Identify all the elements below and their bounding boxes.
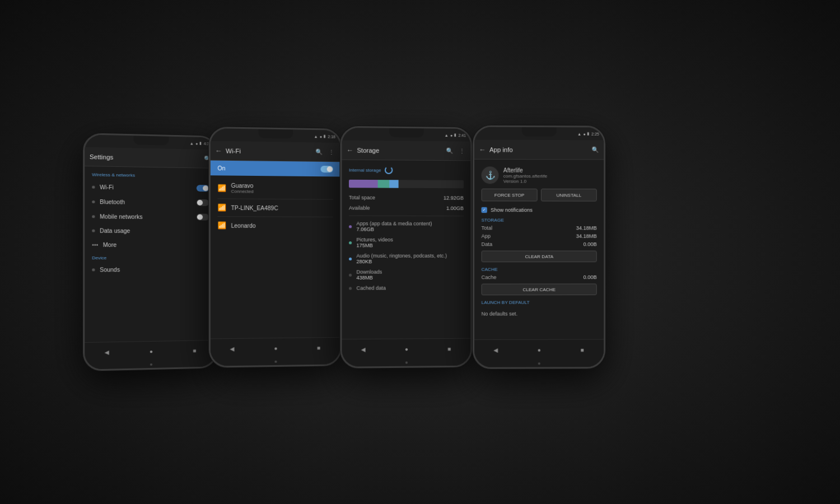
total-row: Total 34.18MB	[474, 224, 604, 232]
clear-data-button[interactable]: CLEAR DATA	[482, 251, 597, 263]
signal-icon: ▲	[577, 132, 581, 136]
storage-apps-segment	[349, 180, 378, 188]
app-action-buttons: FORCE STOP UNINSTALL	[474, 189, 604, 205]
home-button[interactable]: ●	[535, 346, 544, 355]
phone4-nav-bar: ◀ ● ■	[474, 339, 604, 361]
appinfo-title: App info	[489, 146, 591, 153]
recent-button[interactable]: ■	[190, 346, 199, 355]
data-usage-setting[interactable]: Data usage	[85, 223, 216, 238]
total-space-val: 12.92GB	[444, 195, 464, 200]
total-space-label: Total space	[349, 195, 375, 200]
home-button[interactable]: ●	[402, 344, 411, 354]
bluetooth-toggle[interactable]	[197, 199, 209, 206]
search-icon[interactable]: 🔍	[445, 147, 453, 155]
apps-val: 7.06GB	[356, 226, 464, 232]
recent-button[interactable]: ■	[577, 345, 586, 354]
wifi-connected-icon: 📶	[217, 184, 226, 192]
wifi-dot	[92, 185, 95, 188]
pictures-storage-item[interactable]: Pictures, videos 175MB	[342, 235, 471, 251]
app-package: com.gfsantos.afterlife	[503, 173, 547, 178]
mobile-toggle[interactable]	[197, 214, 209, 221]
wifi-status-icon: ●	[195, 141, 198, 145]
appinfo-back-arrow[interactable]: ←	[479, 145, 486, 153]
notifications-label: Show notifications	[491, 207, 533, 213]
battery-icon: ▮	[454, 133, 456, 137]
home-button[interactable]: ●	[271, 344, 281, 353]
more-label: More	[103, 242, 209, 248]
back-button[interactable]: ◀	[491, 346, 501, 355]
phone2-screen: ← Wi-Fi 🔍 ⋮ On 📶 Guaravo	[211, 141, 340, 339]
storage-back-arrow[interactable]: ←	[347, 146, 353, 155]
wifi-status-icon: ●	[583, 132, 585, 136]
pictures-storage-info: Pictures, videos 175MB	[356, 237, 464, 249]
phone4-screen: ← App info 🔍 ⚓ Afterlife com.gfsantos.af…	[474, 140, 604, 339]
pictures-dot	[349, 241, 352, 244]
network-guaravo[interactable]: 📶 Guaravo Connected	[211, 178, 340, 199]
app-key: App	[482, 233, 491, 239]
signal-icon: ▲	[190, 141, 194, 145]
wifi-master-toggle[interactable]	[321, 166, 333, 172]
sounds-setting[interactable]: Sounds	[85, 263, 216, 277]
back-button[interactable]: ◀	[228, 344, 237, 354]
wifi-back-arrow[interactable]: ←	[215, 147, 222, 155]
notifications-row: Show notifications	[474, 205, 604, 216]
sounds-dot	[92, 268, 95, 271]
phone2-status-icons: ▲ ● ▮ 2:18	[314, 134, 335, 139]
downloads-storage-item[interactable]: Downloads 438MB	[342, 267, 471, 283]
menu-icon[interactable]: ⋮	[458, 147, 466, 155]
phone3-status-icons: ▲ ● ▮ 2:41	[445, 133, 466, 138]
total-val: 34.18MB	[576, 225, 597, 231]
network-tplink[interactable]: 📶 TP-LINK_EA489C	[211, 199, 340, 217]
cached-storage-item[interactable]: Cached data	[342, 283, 471, 293]
phone1-content: Wireless & networks Wi-Fi Bluetooth Mobi…	[85, 166, 216, 342]
wifi-setting[interactable]: Wi-Fi	[85, 179, 216, 195]
network-guaravo-info: Guaravo Connected	[231, 183, 254, 194]
menu-icon[interactable]: ⋮	[328, 148, 335, 156]
data-dot	[92, 230, 95, 232]
cache-row: Cache 0.00B	[474, 273, 604, 282]
audio-storage-item[interactable]: Audio (music, ringtones, podcasts, etc.)…	[342, 251, 471, 267]
recent-button[interactable]: ■	[314, 343, 323, 352]
network-leonardo[interactable]: 📶 Leonardo	[211, 217, 340, 234]
cache-val: 0.00B	[584, 274, 597, 280]
time-display: 2:41	[458, 133, 466, 137]
bottom-indicator	[274, 361, 277, 363]
app-details: Afterlife com.gfsantos.afterlife Version…	[503, 167, 547, 184]
back-button[interactable]: ◀	[359, 345, 368, 354]
phone3-content: Internal storage Total space 12.92GB	[342, 160, 471, 339]
more-setting[interactable]: ••• More	[85, 238, 216, 252]
wifi-status-icon: ●	[320, 134, 322, 138]
bluetooth-setting[interactable]: Bluetooth	[85, 194, 216, 210]
refresh-icon[interactable]	[385, 166, 393, 174]
battery-icon: ▮	[324, 134, 326, 138]
storage-internal-label: Internal storage	[349, 167, 381, 173]
wifi-icon2: 📶	[217, 204, 226, 212]
mobile-networks-setting[interactable]: Mobile networks	[85, 209, 216, 225]
phone3-wrapper: ▲ ● ▮ 2:41 ← Storage 🔍 ⋮ Inter	[340, 126, 472, 368]
back-button[interactable]: ◀	[102, 348, 112, 357]
app-header: ⚓ Afterlife com.gfsantos.afterlife Versi…	[474, 162, 604, 189]
time-display: 2:18	[328, 134, 335, 138]
storage-free-segment	[399, 180, 464, 188]
wifi-toggle[interactable]	[197, 185, 209, 192]
phone3-screen: ← Storage 🔍 ⋮ Internal storage	[342, 141, 471, 339]
search-icon[interactable]: 🔍	[591, 146, 599, 154]
home-button[interactable]: ●	[147, 347, 156, 356]
settings-title: Settings	[90, 153, 203, 162]
notifications-checkbox[interactable]	[482, 207, 487, 213]
signal-icon: ▲	[314, 134, 318, 138]
phone2-nav-bar: ◀ ● ■	[211, 337, 340, 359]
recent-button[interactable]: ■	[445, 344, 454, 353]
force-stop-button[interactable]: FORCE STOP	[482, 189, 538, 202]
uninstall-button[interactable]: UNINSTALL	[541, 189, 597, 202]
phone4-content: ⚓ Afterlife com.gfsantos.afterlife Versi…	[474, 160, 604, 339]
storage-total-row: Total space 12.92GB	[342, 192, 471, 203]
clear-cache-button[interactable]: CLEAR CACHE	[482, 283, 597, 295]
search-icon[interactable]: 🔍	[315, 148, 323, 156]
bluetooth-dot	[92, 200, 95, 203]
wifi-label: Wi-Fi	[100, 184, 192, 191]
device-section-label: Device	[85, 252, 216, 263]
apps-storage-item[interactable]: Apps (app data & media content) 7.06GB	[342, 218, 471, 235]
app-row: App 34.18MB	[474, 232, 604, 240]
battery-icon: ▮	[587, 132, 590, 136]
